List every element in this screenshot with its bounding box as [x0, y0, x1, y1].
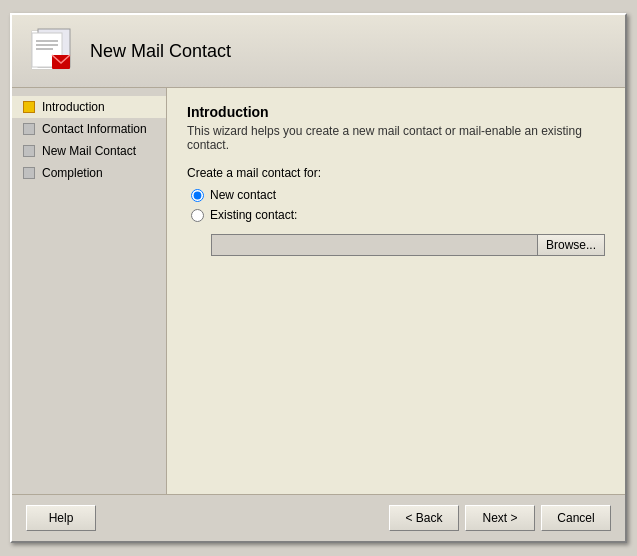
radio-new-contact-input[interactable]	[191, 189, 204, 202]
radio-existing-contact-label: Existing contact:	[210, 208, 297, 222]
footer-right: < Back Next > Cancel	[389, 505, 611, 531]
dialog-body: Introduction Contact Information New Mai…	[12, 88, 625, 494]
footer-left: Help	[26, 505, 96, 531]
mail-contact-icon	[28, 27, 76, 75]
existing-contact-field[interactable]	[211, 234, 537, 256]
radio-new-contact-label: New contact	[210, 188, 276, 202]
sidebar-label-contact-information: Contact Information	[42, 122, 147, 136]
browse-button[interactable]: Browse...	[537, 234, 605, 256]
dialog: New Mail Contact Introduction Contact In…	[10, 13, 627, 543]
next-button[interactable]: Next >	[465, 505, 535, 531]
section-title: Introduction	[187, 104, 605, 120]
create-label: Create a mail contact for:	[187, 166, 605, 180]
cancel-button[interactable]: Cancel	[541, 505, 611, 531]
dialog-footer: Help < Back Next > Cancel	[12, 494, 625, 541]
sidebar-item-completion[interactable]: Completion	[12, 162, 166, 184]
dialog-title: New Mail Contact	[90, 41, 231, 62]
radio-new-contact[interactable]: New contact	[191, 188, 605, 202]
radio-existing-contact-input[interactable]	[191, 209, 204, 222]
back-button[interactable]: < Back	[389, 505, 459, 531]
introduction-icon	[22, 100, 36, 114]
radio-existing-contact[interactable]: Existing contact:	[191, 208, 605, 222]
sidebar-label-introduction: Introduction	[42, 100, 105, 114]
sidebar-item-contact-information[interactable]: Contact Information	[12, 118, 166, 140]
sidebar-item-new-mail-contact[interactable]: New Mail Contact	[12, 140, 166, 162]
contact-information-icon	[22, 122, 36, 136]
radio-group: New contact Existing contact: Browse...	[191, 188, 605, 256]
sidebar-label-new-mail-contact: New Mail Contact	[42, 144, 136, 158]
completion-icon	[22, 166, 36, 180]
existing-contact-row: Browse...	[211, 234, 605, 256]
main-content: Introduction This wizard helps you creat…	[167, 88, 625, 494]
help-button[interactable]: Help	[26, 505, 96, 531]
new-mail-contact-icon	[22, 144, 36, 158]
dialog-header: New Mail Contact	[12, 15, 625, 88]
sidebar-label-completion: Completion	[42, 166, 103, 180]
sidebar: Introduction Contact Information New Mai…	[12, 88, 167, 494]
sidebar-item-introduction[interactable]: Introduction	[12, 96, 166, 118]
section-description: This wizard helps you create a new mail …	[187, 124, 605, 152]
